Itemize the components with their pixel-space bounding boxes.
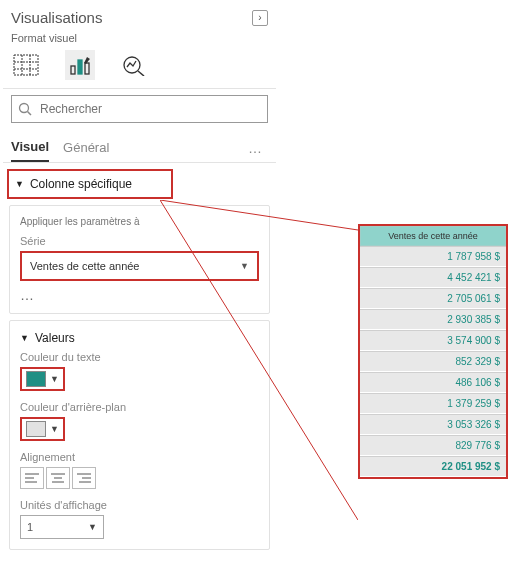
preview-table: Ventes de cette année 1 787 958 $4 452 4… <box>358 224 508 479</box>
specific-column-expander[interactable]: ▼ Colonne spécifique <box>7 169 173 199</box>
tab-general[interactable]: Général <box>63 134 109 161</box>
preview-row: 2 930 385 $ <box>360 309 506 330</box>
chevron-down-icon: ▼ <box>20 333 29 343</box>
chevron-down-icon: ▼ <box>15 179 24 189</box>
preview-row: 4 452 421 $ <box>360 267 506 288</box>
svg-rect-6 <box>78 60 82 74</box>
apply-more-button[interactable]: … <box>20 287 36 303</box>
units-value: 1 <box>27 521 33 533</box>
svg-point-10 <box>20 104 29 113</box>
chevron-down-icon: ▼ <box>50 374 59 384</box>
panel-title: Visualisations <box>11 9 102 26</box>
preview-header: Ventes de cette année <box>360 226 506 246</box>
chevron-down-icon: ▼ <box>88 522 97 532</box>
column-format-icon[interactable] <box>65 50 95 80</box>
preview-row: 2 705 061 $ <box>360 288 506 309</box>
search-field[interactable] <box>38 101 261 117</box>
preview-row: 3 574 900 $ <box>360 330 506 351</box>
svg-rect-5 <box>71 66 75 74</box>
tabs-more-button[interactable]: … <box>248 140 268 156</box>
svg-rect-7 <box>85 63 89 74</box>
specific-column-label: Colonne spécifique <box>30 177 132 191</box>
bg-color-swatch <box>26 421 46 437</box>
align-right-button[interactable] <box>72 467 96 489</box>
preview-row: 22 051 952 $ <box>360 456 506 477</box>
units-select[interactable]: 1 ▼ <box>20 515 104 539</box>
preview-row: 486 106 $ <box>360 372 506 393</box>
search-icon <box>18 102 32 116</box>
callout-line <box>160 200 358 530</box>
svg-line-11 <box>28 112 32 116</box>
svg-line-9 <box>138 71 144 76</box>
bg-color-picker[interactable]: ▼ <box>20 417 65 441</box>
preview-row: 1 379 259 $ <box>360 393 506 414</box>
series-value: Ventes de cette année <box>30 260 139 272</box>
align-left-button[interactable] <box>20 467 44 489</box>
preview-row: 852 329 $ <box>360 351 506 372</box>
preview-row: 829 776 $ <box>360 435 506 456</box>
section-subtitle: Format visuel <box>3 32 276 48</box>
grid-format-icon[interactable] <box>11 50 41 80</box>
preview-row: 3 053 326 $ <box>360 414 506 435</box>
preview-row: 1 787 958 $ <box>360 246 506 267</box>
text-color-swatch <box>26 371 46 387</box>
chevron-down-icon: ▼ <box>50 424 59 434</box>
svg-line-21 <box>160 200 358 230</box>
svg-rect-0 <box>14 55 38 75</box>
collapse-panel-button[interactable]: › <box>252 10 268 26</box>
text-color-picker[interactable]: ▼ <box>20 367 65 391</box>
values-title: Valeurs <box>35 331 75 345</box>
tab-visual[interactable]: Visuel <box>11 133 49 162</box>
align-center-button[interactable] <box>46 467 70 489</box>
analytics-icon[interactable] <box>119 50 149 80</box>
search-input[interactable] <box>11 95 268 123</box>
svg-line-22 <box>160 200 358 520</box>
